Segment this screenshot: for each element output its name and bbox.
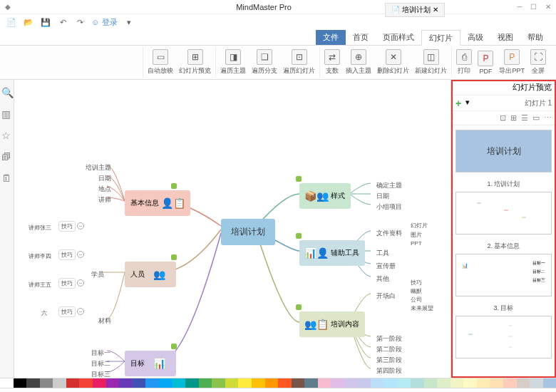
- leaf-node[interactable]: 开场白: [371, 289, 401, 304]
- qat-arrow-icon[interactable]: ▾: [123, 16, 135, 28]
- slides-list[interactable]: 培训计划 1. 培训计划 2. 基本信息 📊 目标一: [451, 125, 556, 361]
- collapse-toggle[interactable]: −: [77, 279, 84, 287]
- color-swatch[interactable]: [530, 378, 543, 388]
- tab-home[interactable]: 首页: [346, 30, 376, 45]
- leaf-node[interactable]: 文件资料: [371, 226, 408, 241]
- open-button[interactable]: 📂: [23, 16, 34, 28]
- leaf-node[interactable]: PPT: [405, 237, 428, 249]
- panel-tool-list-icon[interactable]: ☰: [521, 113, 528, 123]
- ribbon-pdf-button[interactable]: PPDF: [478, 51, 493, 75]
- tab-help[interactable]: 帮助: [520, 30, 550, 45]
- color-swatch[interactable]: [238, 378, 252, 388]
- slide-item[interactable]: 1. 培训计划: [455, 180, 552, 234]
- ribbon-insert-topic-button[interactable]: ⊕插入主题: [346, 49, 371, 76]
- mindmap-canvas[interactable]: 培训计划 📦👥 样式 确定主题 日期 小组项目 📊👤 辅助工具 文件资料 工具 …: [14, 80, 451, 378]
- color-swatch[interactable]: [292, 378, 305, 388]
- color-swatch[interactable]: [331, 378, 344, 388]
- note-tool-icon[interactable]: 🗊: [1, 151, 13, 163]
- tab-slideshow[interactable]: 幻灯片: [421, 30, 460, 46]
- document-tab[interactable]: 📄 培训计划 ✕: [385, 3, 445, 17]
- color-swatch[interactable]: [411, 378, 424, 388]
- slide-item[interactable]: 培训计划: [455, 130, 552, 172]
- ribbon-fullscreen-button[interactable]: ⛶全屏: [530, 49, 546, 76]
- color-swatch[interactable]: [543, 378, 556, 388]
- color-swatch[interactable]: [159, 378, 173, 388]
- tab-view[interactable]: 视图: [490, 30, 520, 45]
- redo-button[interactable]: ↷: [74, 16, 86, 28]
- leaf-node[interactable]: 目标三: [86, 367, 116, 378]
- branch-content[interactable]: 👥📋 培训内容: [299, 311, 365, 337]
- color-palette[interactable]: [0, 378, 556, 388]
- collapse-toggle[interactable]: −: [77, 251, 84, 258]
- ribbon-auto-play-button[interactable]: ▭自动放映: [148, 49, 173, 76]
- leaf-node[interactable]: 技巧: [58, 278, 76, 289]
- branch-style[interactable]: 📦👥 样式: [299, 183, 351, 209]
- color-swatch[interactable]: [212, 378, 225, 388]
- ribbon-export-ppt-button[interactable]: P导出PPT: [499, 49, 525, 76]
- panel-tool-fit-icon[interactable]: ⊡: [500, 113, 506, 123]
- color-swatch[interactable]: [225, 378, 239, 388]
- color-swatch[interactable]: [437, 378, 451, 388]
- leaf-detail[interactable]: 讲师张三: [23, 221, 57, 234]
- ribbon-delete-slide-button[interactable]: ✕删除幻灯片: [377, 49, 409, 76]
- panel-tool-page-icon[interactable]: ▭: [532, 113, 540, 123]
- maximize-button[interactable]: ☐: [530, 4, 537, 11]
- ribbon-traverse-branch-button[interactable]: ❏遍历分支: [252, 49, 277, 76]
- color-swatch[interactable]: [265, 378, 279, 388]
- collapse-toggle[interactable]: −: [77, 222, 84, 229]
- new-button[interactable]: 📄: [6, 16, 17, 28]
- leaf-node[interactable]: 第四阶段: [371, 363, 408, 378]
- ribbon-traverse-topic-button[interactable]: ◨遍历主题: [220, 49, 246, 76]
- leaf-node[interactable]: 材料: [93, 314, 117, 329]
- leaf-node[interactable]: 技巧: [58, 306, 76, 317]
- slide-item[interactable]: 3. 目标: [455, 304, 552, 359]
- branch-people[interactable]: 人员 👥: [125, 262, 176, 287]
- color-swatch[interactable]: [252, 378, 265, 388]
- color-swatch[interactable]: [79, 378, 93, 388]
- login-button[interactable]: ☺ 登录: [91, 17, 118, 28]
- tab-file[interactable]: 文件: [316, 30, 346, 45]
- ribbon-slide-preview-button[interactable]: ⊞幻灯片预览: [179, 49, 211, 76]
- color-swatch[interactable]: [397, 378, 411, 388]
- color-swatch[interactable]: [106, 378, 120, 388]
- ribbon-branch-count-button[interactable]: ⇄支数: [324, 49, 340, 76]
- ribbon-print-button[interactable]: ⎙打印: [456, 49, 472, 76]
- leaf-detail[interactable]: 讲师王五: [23, 278, 57, 292]
- search-tool-icon[interactable]: 🔍: [1, 87, 13, 98]
- color-swatch[interactable]: [517, 378, 530, 388]
- leaf-node[interactable]: 其他: [371, 272, 395, 287]
- color-swatch[interactable]: [477, 378, 490, 388]
- color-swatch[interactable]: [371, 378, 384, 388]
- color-swatch[interactable]: [278, 378, 292, 388]
- minimize-button[interactable]: ─: [516, 4, 523, 11]
- color-swatch[interactable]: [318, 378, 331, 388]
- clip-tool-icon[interactable]: ▥: [1, 108, 13, 120]
- color-swatch[interactable]: [66, 378, 80, 388]
- leaf-node[interactable]: 讲师: [93, 192, 117, 207]
- color-swatch[interactable]: [384, 378, 398, 388]
- branch-tools[interactable]: 📊👤 辅助工具: [299, 240, 365, 266]
- leaf-node[interactable]: 小组项目: [371, 200, 408, 215]
- color-swatch[interactable]: [304, 378, 318, 388]
- color-swatch[interactable]: [344, 378, 358, 388]
- color-swatch[interactable]: [173, 378, 186, 388]
- color-swatch[interactable]: [451, 378, 464, 388]
- close-button[interactable]: ✕: [545, 4, 552, 11]
- panel-tool-more-icon[interactable]: ⋯: [544, 113, 552, 123]
- panel-tool-grid-icon[interactable]: ⊞: [510, 113, 517, 123]
- slide-item[interactable]: 2. 基本信息 📊 目标一 目标二 目标三: [455, 242, 552, 296]
- leaf-node[interactable]: 学员: [86, 267, 110, 282]
- leaf-node[interactable]: 技巧: [58, 249, 76, 260]
- star-tool-icon[interactable]: ☆: [1, 130, 13, 141]
- leaf-node[interactable]: 技巧: [58, 221, 76, 232]
- color-swatch[interactable]: [40, 378, 53, 388]
- color-swatch[interactable]: [199, 378, 212, 388]
- tab-advanced[interactable]: 高级: [460, 30, 490, 45]
- undo-button[interactable]: ↶: [57, 16, 68, 28]
- ribbon-new-slide-button[interactable]: ◫新建幻灯片: [415, 49, 447, 76]
- color-swatch[interactable]: [133, 378, 146, 388]
- calendar-tool-icon[interactable]: 🗓: [1, 172, 13, 184]
- color-swatch[interactable]: [145, 378, 159, 388]
- color-swatch[interactable]: [358, 378, 371, 388]
- color-swatch[interactable]: [0, 378, 14, 388]
